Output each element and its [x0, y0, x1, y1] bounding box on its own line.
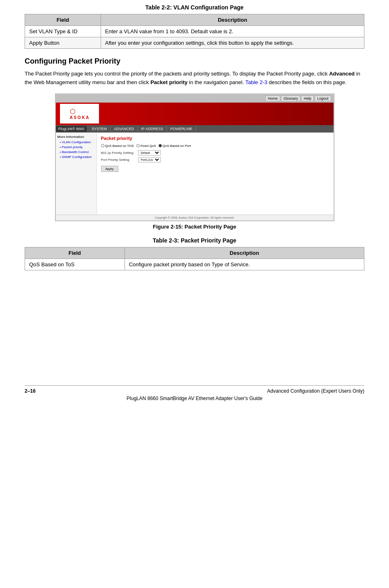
footer-guide-title: PlugLAN 8660 SmartBridge AV Ethernet Ada…: [25, 396, 364, 401]
table22: Field Description Set VLAN Type & ID Ent…: [25, 14, 364, 49]
radio-fixed-circle: [136, 144, 140, 147]
menu-ipaddress[interactable]: IP ADDRESS: [138, 126, 167, 132]
field1-label: 802.1p Priority Setting:: [101, 151, 138, 155]
radio-port[interactable]: QoS Based on Port: [159, 144, 191, 148]
pluglink-badge: PlugLink® 8660: [56, 126, 87, 132]
radio-tos[interactable]: QoS Based on TOS: [101, 144, 134, 148]
radio-group: QoS Based on TOS Fixed QoS QoS Based on …: [101, 144, 329, 148]
table-row: Apply Button After you enter your config…: [25, 37, 364, 49]
apply-button[interactable]: Apply: [101, 166, 118, 172]
browser-menu-bar: PlugLink® 8660 SYSTEM ADVANCED IP ADDRES…: [56, 125, 334, 133]
sidebar-header: More Information: [58, 135, 95, 139]
asoka-text: A S O K A: [70, 115, 89, 120]
table22-title: Table 2-2: VLAN Configuration Page: [25, 4, 364, 11]
asoka-logo: ⬡ A S O K A: [60, 104, 99, 124]
browser-content: More Information VLAN Configuration Pack…: [56, 133, 334, 215]
packet-priority-bold: Packet priority: [150, 79, 187, 85]
nav-glossary[interactable]: Glossary: [281, 96, 301, 101]
figure-container: Home Glossary Help Logout ⬡ A S O K A Pl…: [55, 94, 334, 221]
radio-port-label: QoS Based on Port: [163, 144, 191, 148]
table-link[interactable]: Table 2-3: [245, 79, 267, 85]
section-body: The Packet Priority page lets you contro…: [25, 70, 364, 87]
menu-advanced[interactable]: ADVANCED: [110, 126, 138, 132]
sidebar-packet-priority[interactable]: Packet priority: [60, 145, 95, 149]
body-text-3: in the navigation panel.: [187, 79, 245, 85]
field2-label: Port Priority Setting:: [101, 158, 138, 162]
table-row: Set VLAN Type & ID Enter a VLAN value fr…: [25, 26, 364, 37]
radio-fixed-label: Fixed QoS: [140, 144, 156, 148]
radio-tos-label: QoS Based on TOS: [105, 144, 134, 148]
asoka-icon: ⬡: [70, 108, 89, 115]
sidebar-snmp[interactable]: SNMP Configuration: [60, 155, 95, 159]
mini-browser: Home Glossary Help Logout ⬡ A S O K A Pl…: [55, 94, 334, 221]
table23: Field Description QoS Based on ToS Confi…: [25, 247, 364, 270]
table22-row2-desc: After you enter your configuration setti…: [101, 37, 364, 49]
table22-row2-field: Apply Button: [25, 37, 101, 49]
sidebar-vlan[interactable]: VLAN Configuration: [60, 140, 95, 144]
figure-caption: Figure 2-15: Packet Priority Page: [25, 224, 364, 230]
advanced-bold: Advanced: [329, 71, 354, 77]
sidebar-bandwidth-control[interactable]: Bandwidth Control: [60, 150, 95, 154]
menu-system[interactable]: SYSTEM: [88, 126, 110, 132]
form-row-8021p: 802.1p Priority Setting: Default: [101, 150, 329, 156]
table22-header-field: Field: [25, 14, 101, 26]
browser-topbar: Home Glossary Help Logout: [56, 94, 334, 103]
field2-select[interactable]: Port1,0,low,low,▼: [138, 157, 161, 162]
table-row: QoS Based on ToS Configure packet priori…: [25, 259, 364, 270]
table22-row1-field: Set VLAN Type & ID: [25, 26, 101, 37]
radio-fixed[interactable]: Fixed QoS: [136, 144, 156, 148]
table23-row1-field: QoS Based on ToS: [25, 259, 125, 270]
form-row-port-priority: Port Priority Setting: Port1,0,low,low,▼: [101, 157, 329, 162]
footer-chapter-title: Advanced Configuration (Expert Users Onl…: [267, 388, 364, 394]
browser-nav-links: Home Glossary Help Logout: [265, 96, 331, 101]
table23-title: Table 2-3: Packet Priority Page: [25, 237, 364, 244]
table22-row1-desc: Enter a VLAN value from 1 to 4093. Defau…: [101, 26, 364, 37]
body-text-4: describes the fields on this page.: [267, 79, 347, 85]
browser-sidebar: More Information VLAN Configuration Pack…: [56, 133, 97, 215]
table23-header-description: Description: [124, 247, 364, 259]
field1-select[interactable]: Default: [138, 150, 161, 156]
browser-footer: Copyright © 2008, Asoka USA Corporation.…: [56, 215, 334, 220]
browser-page-title: Packet priority: [101, 136, 329, 141]
table23-header-field: Field: [25, 247, 125, 259]
table22-header-description: Description: [101, 14, 364, 26]
body-text-1: The Packet Priority page lets you contro…: [25, 71, 329, 77]
section-heading: Configuring Packet Priority: [25, 57, 364, 66]
nav-help[interactable]: Help: [301, 96, 314, 101]
menu-powerline[interactable]: POWERLINE: [167, 126, 196, 132]
browser-header: ⬡ A S O K A: [56, 103, 334, 125]
nav-home[interactable]: Home: [265, 96, 280, 101]
page-footer: 2–16 Advanced Configuration (Expert User…: [25, 385, 364, 394]
footer-page-number: 2–16: [25, 388, 36, 394]
menu-items: SYSTEM ADVANCED IP ADDRESS POWERLINE: [88, 126, 196, 132]
browser-main: Packet priority QoS Based on TOS Fixed Q…: [97, 133, 334, 215]
table23-row1-desc: Configure packet priority based on Type …: [124, 259, 364, 270]
radio-tos-circle: [101, 144, 104, 147]
radio-port-circle: [159, 144, 162, 147]
nav-logout[interactable]: Logout: [315, 96, 331, 101]
